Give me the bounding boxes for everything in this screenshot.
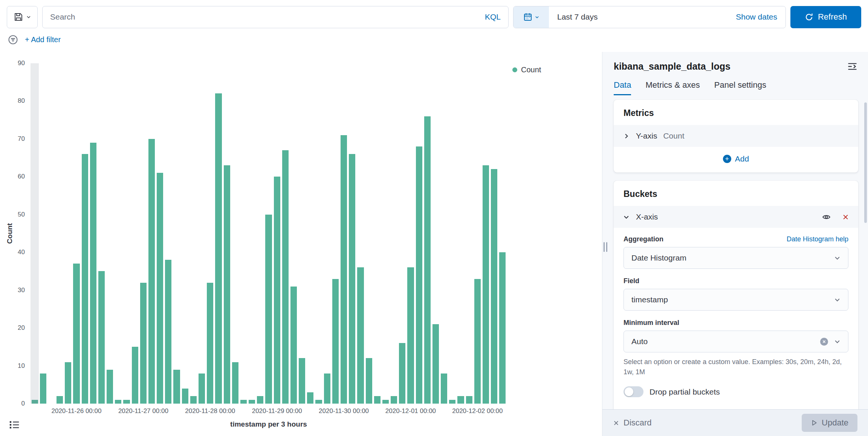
histogram-bar[interactable] — [366, 358, 372, 404]
histogram-bar[interactable] — [432, 324, 439, 404]
histogram-bar[interactable] — [483, 165, 489, 404]
histogram-bar[interactable] — [190, 396, 197, 404]
metric-y-axis-row[interactable]: Y-axis Count — [614, 125, 858, 147]
histogram-bar[interactable] — [123, 400, 130, 404]
histogram-bar[interactable] — [199, 373, 205, 404]
y-axis-tick-label: 10 — [18, 362, 25, 370]
update-button[interactable]: Update — [802, 414, 857, 432]
x-axis-tick-label: 2020-11-27 00:00 — [118, 407, 168, 415]
histogram-bar[interactable] — [249, 400, 255, 404]
remove-bucket-x-icon[interactable] — [842, 213, 849, 221]
chevron-down-icon — [26, 14, 31, 20]
histogram-bar[interactable] — [382, 400, 389, 404]
histogram-bar[interactable] — [98, 271, 105, 404]
histogram-bar[interactable] — [416, 146, 422, 404]
histogram-bar[interactable] — [73, 264, 79, 404]
add-filter-link[interactable]: + Add filter — [25, 35, 61, 44]
histogram-bar[interactable] — [290, 287, 297, 404]
histogram-bar[interactable] — [324, 373, 330, 404]
histogram-bar[interactable] — [399, 343, 405, 404]
show-dates-link[interactable]: Show dates — [736, 12, 777, 21]
tab-metrics-axes[interactable]: Metrics & axes — [645, 80, 700, 95]
tab-panel-settings[interactable]: Panel settings — [714, 80, 766, 95]
bucket-form: Aggregation Date Histogram help Date His… — [614, 228, 858, 427]
histogram-bar[interactable] — [332, 279, 339, 404]
minimum-interval-combobox[interactable]: Auto — [623, 331, 848, 352]
histogram-bar[interactable] — [391, 396, 397, 404]
search-input[interactable] — [50, 12, 479, 21]
filter-bar: + Add filter — [0, 29, 868, 47]
histogram-bar[interactable] — [232, 362, 238, 404]
discard-button[interactable]: Discard — [613, 418, 652, 428]
time-range-value[interactable]: Last 7 days — [557, 12, 736, 21]
x-icon — [613, 420, 619, 426]
histogram-bar[interactable] — [82, 154, 88, 404]
histogram-bar[interactable] — [215, 93, 222, 404]
clear-value-x-circle-icon[interactable] — [820, 338, 828, 346]
histogram-bar[interactable] — [457, 396, 464, 404]
refresh-button[interactable]: Refresh — [790, 6, 861, 28]
drop-partial-buckets-toggle[interactable] — [623, 386, 643, 397]
histogram-bar[interactable] — [182, 389, 188, 404]
histogram-bar[interactable] — [282, 150, 289, 404]
histogram-bar[interactable] — [157, 173, 163, 404]
plot-area[interactable] — [31, 63, 507, 404]
histogram-bar[interactable] — [466, 396, 472, 404]
histogram-bar[interactable] — [274, 177, 280, 404]
histogram-bar[interactable] — [90, 143, 96, 404]
histogram-bar[interactable] — [148, 139, 155, 404]
legend-item-count[interactable]: Count — [512, 66, 541, 74]
panel-footer: Discard Update — [602, 409, 868, 436]
histogram-bar[interactable] — [140, 283, 147, 404]
histogram-bar[interactable] — [315, 400, 322, 404]
histogram-bar[interactable] — [132, 347, 138, 404]
panel-resize-handle[interactable] — [604, 242, 607, 252]
collapse-panel-icon[interactable] — [847, 61, 857, 72]
histogram-bar[interactable] — [240, 400, 247, 404]
kql-language-button[interactable]: KQL — [485, 12, 501, 21]
histogram-bar[interactable] — [374, 396, 381, 404]
histogram-bar[interactable] — [40, 373, 46, 404]
histogram-bar[interactable] — [499, 252, 506, 404]
histogram-bar[interactable] — [265, 215, 272, 404]
date-quick-select-button[interactable] — [513, 6, 549, 28]
histogram-bar[interactable] — [224, 165, 230, 404]
histogram-bar[interactable] — [299, 358, 305, 404]
chevron-down-icon — [834, 297, 840, 303]
histogram-bar[interactable] — [407, 267, 414, 404]
plus-circle-icon: + — [723, 155, 731, 163]
minimum-interval-help-text: Select an option or create a custom valu… — [623, 357, 848, 377]
histogram-bar[interactable] — [115, 400, 121, 404]
histogram-bar[interactable] — [173, 370, 180, 404]
histogram-bar[interactable] — [65, 362, 71, 404]
histogram-bar[interactable] — [207, 283, 213, 404]
eye-icon[interactable] — [822, 213, 831, 221]
histogram-bar[interactable] — [424, 116, 431, 404]
histogram-bar[interactable] — [107, 370, 113, 404]
histogram-bar[interactable] — [341, 135, 347, 404]
histogram-bar[interactable] — [474, 279, 481, 404]
histogram-bar[interactable] — [307, 392, 313, 404]
histogram-bar[interactable] — [441, 373, 447, 404]
aggregation-select[interactable]: Date Histogram — [623, 247, 848, 269]
saved-query-menu-button[interactable] — [7, 6, 38, 28]
bucket-x-axis-row[interactable]: X-axis — [614, 206, 858, 228]
panel-scrollbar[interactable] — [864, 102, 867, 223]
histogram-bar[interactable] — [349, 154, 355, 404]
add-metric-button[interactable]: + Add — [614, 147, 858, 172]
histogram-bar[interactable] — [165, 260, 171, 404]
legend-toggle-button[interactable] — [7, 418, 22, 431]
y-axis-tick-label: 20 — [18, 324, 25, 332]
filter-circle-icon[interactable] — [8, 35, 18, 45]
tab-data[interactable]: Data — [614, 80, 631, 95]
histogram-bar[interactable] — [257, 396, 263, 404]
date-histogram-help-link[interactable]: Date Histogram help — [787, 235, 848, 243]
histogram-bar[interactable] — [57, 396, 63, 404]
histogram-bar[interactable] — [449, 400, 455, 404]
histogram-bar[interactable] — [357, 267, 364, 404]
chevron-down-icon — [834, 338, 840, 345]
histogram-bar[interactable] — [491, 169, 497, 404]
refresh-icon — [805, 13, 813, 21]
panel-header: kibana_sample_data_logs Data Metrics & a… — [602, 52, 868, 95]
field-select[interactable]: timestamp — [623, 289, 848, 311]
